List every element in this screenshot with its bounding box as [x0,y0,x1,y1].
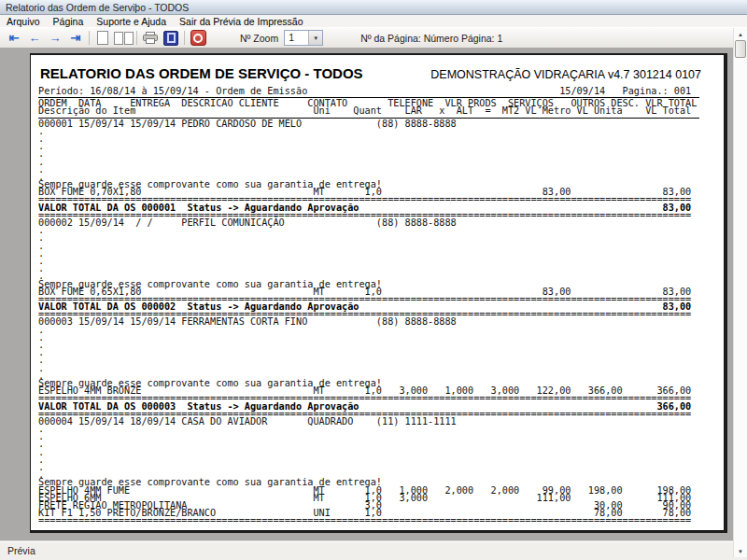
report-line: 000003 15/09/14 15/09/14 FERRAMENTAS COR… [38,318,724,326]
window-title: Relatorio das Ordem de Serviþo - TODOS [6,2,189,13]
print-setup-icon [163,31,178,46]
report-subtitle: DEMONSTRAÇÃO VIDRAÇARIA v4.7 301214 0107 [430,68,701,81]
arrow-up-icon: ▲ [738,32,743,37]
zoom-select[interactable]: 1 ▼ [284,30,323,46]
report-line: . [38,456,724,464]
report-line: . [38,334,724,342]
menu-suporte-e-ajuda[interactable]: Suporte e Ajuda [90,16,173,27]
report-line: . [38,159,724,166]
report-line: . [38,135,724,143]
print-button[interactable] [140,30,161,47]
zoom-label: Nº Zoom [240,33,278,44]
window-titlebar[interactable]: Relatorio das Ordem de Serviþo - TODOS [0,0,747,15]
two-pages-icon [114,32,134,45]
arrow-down-icon: ▼ [738,549,743,554]
report-line: . [38,234,724,242]
exit-preview-button[interactable] [188,30,208,47]
toolbar-separator [136,31,137,45]
menu-bar: Arquivo Página Suporte e Ajuda Sair da P… [0,15,747,27]
report-line: 000002 15/09/14 / / PERFIL COMUNICAÇÃO (… [38,219,724,227]
printer-icon [143,32,158,44]
scroll-up-button[interactable]: ▲ [734,28,747,40]
report-line: . [38,128,724,135]
preview-area: RELATORIO DAS ORDEM DE SERVIÇO - TODOS D… [0,48,747,541]
report-line: 000001 15/09/14 15/09/14 PEDRO CARDOSO D… [38,120,724,128]
menu-pagina[interactable]: Página [47,16,91,27]
report-line: . [38,265,724,273]
report-line: . [38,349,724,357]
report-line: . [38,441,724,448]
report-line: . [38,166,724,174]
report-line: Descrição do Item Uni Quant LAR x ALT = … [38,107,699,118]
last-page-button[interactable]: ⇥ [65,30,86,47]
report-line: . [38,150,724,158]
scrollbar-thumb[interactable] [735,40,746,58]
scroll-down-button[interactable]: ▼ [734,545,747,557]
status-text: Prévia [7,545,35,556]
last-page-icon: ⇥ [71,32,81,44]
report-line: . [38,250,724,258]
status-bar: Prévia [0,540,747,560]
exit-icon [190,30,206,46]
menu-sair-da-previa[interactable]: Sair da Prévia de Impressão [173,16,309,27]
report-title: RELATORIO DAS ORDEM DE SERVIÇO - TODOS [40,65,363,81]
single-page-view-button[interactable] [92,30,113,47]
report-line: . [38,464,724,471]
next-page-icon: → [49,32,62,44]
report-header: RELATORIO DAS ORDEM DE SERVIÇO - TODOS D… [38,63,703,81]
two-page-view-button[interactable] [113,30,134,47]
zoom-dropdown-button[interactable]: ▼ [308,31,322,45]
previous-page-icon: ← [29,32,41,44]
zoom-value: 1 [285,31,308,45]
print-setup-button[interactable] [161,30,181,47]
report-line: Período: 16/08/14 à 15/09/14 - Ordem de … [38,88,699,98]
first-page-button[interactable]: ⇤ [4,30,24,47]
toolbar-separator [89,31,90,45]
report-line: . [38,143,724,150]
report-line: . [38,258,724,265]
report-line: ========================================… [38,517,724,525]
report-line: . [38,342,724,349]
previous-page-button[interactable]: ← [24,30,45,47]
first-page-icon: ⇤ [9,32,20,44]
report-line: . [38,357,724,364]
report-line: . [38,227,724,234]
toolbar-separator [184,31,185,45]
toolbar: ⇤ ← → ⇥ Nº Zoom 1 ▼ Nº da Página: Número… [0,27,747,49]
chevron-down-icon: ▼ [313,35,318,41]
vertical-scrollbar[interactable]: ▲ ▼ [733,28,747,557]
report-line: . [38,327,724,334]
report-line: 000004 15/09/14 18/09/14 CASA DO AVIADOR… [38,418,724,426]
report-line: . [38,426,724,433]
report-page: RELATORIO DAS ORDEM DE SERVIÇO - TODOS D… [30,53,727,533]
menu-arquivo[interactable]: Arquivo [0,16,47,27]
report-line: . [38,243,724,250]
report-line: . [38,433,724,441]
report-line: . [38,365,724,372]
page-number-label: Nº da Página: Número Página: 1 [360,33,502,44]
report-body: Período: 16/08/14 à 15/09/14 - Ordem de … [38,88,724,525]
next-page-button[interactable]: → [45,30,65,47]
report-line: . [38,449,724,456]
single-page-icon [97,31,108,45]
